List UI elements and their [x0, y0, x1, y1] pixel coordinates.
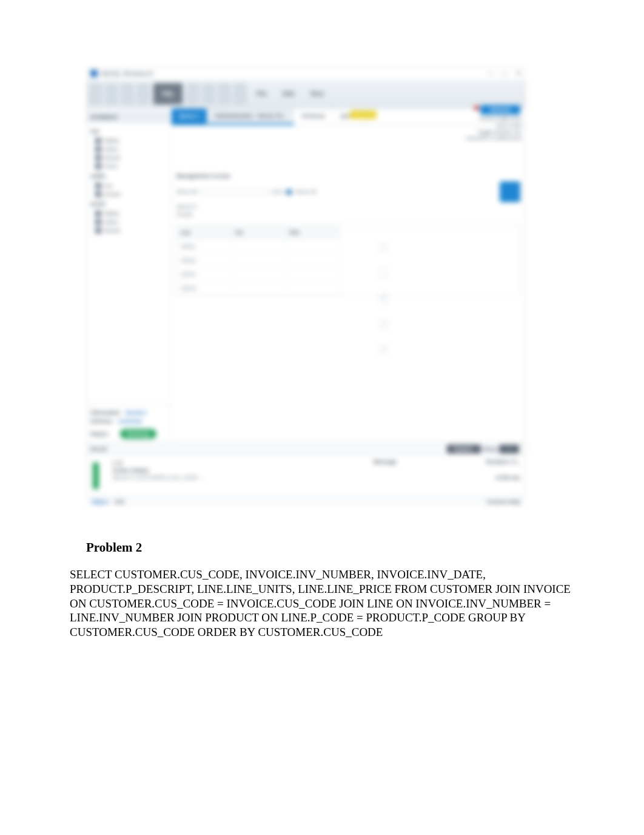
tree-item-label: Stored — [104, 155, 120, 161]
refresh-label: Refresh — [490, 107, 511, 113]
tree-item-label: Views — [104, 146, 118, 152]
line-number: 1 17 — [112, 460, 123, 466]
app-toolbar: SQL File Edit View — [87, 79, 525, 109]
toolbar-button[interactable] — [218, 83, 231, 104]
row-label: Show all — [295, 189, 316, 195]
plus-icon[interactable]: + — [379, 242, 389, 253]
col-header[interactable]: inv — [232, 226, 286, 240]
sql-body: SELECT CUSTOMER.CUS_CODE, INVOICE.INV_NU… — [70, 567, 574, 640]
edit-icon[interactable]: ✎ — [379, 293, 389, 304]
highlight-chip — [350, 110, 377, 119]
table-icon — [95, 228, 101, 234]
action-text: SELECT CUSTOMER.CUS_CODE … — [112, 475, 205, 481]
grid-cell[interactable] — [286, 282, 341, 296]
table-icon — [95, 211, 101, 217]
action-label: Action Output — [112, 467, 149, 473]
tree-item[interactable]: Views — [95, 218, 169, 226]
result-grid: cus inv line 10011 10012 10014 10015 — [176, 225, 520, 296]
table-icon — [95, 219, 101, 225]
refresh-button[interactable]: Refresh — [480, 105, 520, 115]
tree-item[interactable]: Tables — [95, 209, 169, 218]
grid-cell[interactable] — [286, 254, 341, 268]
toolbar-button[interactable] — [202, 83, 215, 104]
run-button[interactable] — [500, 181, 520, 202]
toolbar-button[interactable] — [136, 83, 150, 104]
right-snippet: Limit to 1000 rows Don't Limit Toggle wh… — [428, 116, 522, 144]
param-input[interactable] — [201, 188, 267, 195]
toolbar-button[interactable] — [121, 83, 134, 104]
grid-cell[interactable]: 10014 — [177, 268, 232, 282]
snippet-line: Toggle whether the — [428, 129, 522, 136]
tab-query[interactable]: Query 1 — [172, 109, 207, 125]
snippet-line: Don't Limit — [428, 123, 522, 129]
success-bar-icon — [93, 462, 99, 489]
table-icon — [95, 138, 101, 144]
status-context-help[interactable]: Context Help — [486, 499, 520, 505]
export-button[interactable]: Export: — [447, 445, 481, 453]
result-label: Result — [90, 446, 107, 452]
wrap-label: Wrap — [483, 446, 497, 452]
wrap-button[interactable]: ⋯ — [499, 445, 519, 453]
sidebar: SCHEMAS sys Tables Views Stored Funct sa… — [87, 109, 172, 442]
titlebar: MySQL Workbench — □ ✕ — [87, 67, 525, 79]
grid-cell[interactable]: 10011 — [177, 240, 232, 254]
minimize-icon[interactable]: — — [487, 69, 494, 78]
minus-icon[interactable]: − — [379, 268, 389, 279]
table-icon — [95, 163, 101, 169]
sql-button[interactable]: SQL — [153, 83, 183, 104]
grid-cell[interactable] — [232, 254, 286, 268]
tree-item[interactable]: Tables — [95, 137, 169, 145]
tree-item[interactable]: cus — [95, 181, 169, 190]
tree-item[interactable]: Stored — [95, 154, 169, 162]
toolbar-button[interactable] — [233, 83, 247, 104]
grid-cell[interactable] — [286, 240, 341, 254]
tree-item[interactable]: Views — [95, 145, 169, 154]
tree-item[interactable]: Stored — [95, 226, 169, 235]
session-tab[interactable]: Session — [126, 410, 147, 416]
box-icon[interactable]: □ — [379, 319, 389, 330]
tab-admin[interactable]: Administration - Server St... — [207, 109, 295, 125]
toolbar-button[interactable] — [105, 83, 118, 104]
tab-label: Schemas — [301, 113, 326, 119]
status-info[interactable]: Info — [115, 499, 125, 505]
code-kw: SELECT — [176, 204, 198, 210]
row-label: Limit — [271, 189, 283, 195]
grid-cell[interactable] — [232, 268, 286, 282]
row-label: Show all — [176, 189, 197, 195]
tab-label: Query 1 — [179, 113, 200, 119]
tab-schemas[interactable]: Schemas — [294, 109, 334, 125]
tree-item[interactable]: invoice — [95, 190, 169, 198]
toolbar-menu: File Edit View — [248, 79, 525, 108]
col-header[interactable]: line — [286, 226, 341, 240]
grid-cell[interactable] — [232, 240, 286, 254]
schema-group-label[interactable]: sys — [89, 126, 169, 137]
duration-value: 0.016 sec — [421, 475, 520, 481]
menu-item[interactable]: View — [310, 90, 324, 97]
grid-cell[interactable] — [232, 282, 286, 296]
table-icon — [95, 183, 101, 189]
toolbar-button[interactable] — [89, 83, 102, 104]
toolbar-button[interactable] — [186, 83, 200, 104]
status-object[interactable]: Object — [92, 499, 109, 505]
menu-item[interactable]: Edit — [283, 90, 294, 97]
checkbox-icon[interactable] — [286, 189, 292, 195]
app-icon — [90, 70, 98, 77]
schema-group-label[interactable]: world — [89, 198, 169, 209]
tree-item-label: Tables — [104, 138, 119, 144]
tree-item-label: Stored — [104, 228, 120, 234]
schema-group-label[interactable]: sakila — [89, 171, 169, 181]
grid-cell[interactable] — [286, 268, 341, 282]
grid-cell[interactable]: 10012 — [177, 254, 232, 268]
menu-item[interactable]: File — [257, 90, 267, 97]
statusbar: Object Info Context Help — [87, 496, 525, 507]
tree-item-label: Tables — [104, 211, 119, 217]
maximize-icon[interactable]: □ — [503, 69, 507, 78]
tree-item[interactable]: Funct — [95, 162, 169, 171]
info-tab[interactable]: Information — [90, 410, 121, 416]
sidebar-header: SCHEMAS — [87, 111, 171, 123]
duration-label: Duration / F... — [421, 459, 520, 465]
grid-cell[interactable]: 10015 — [177, 282, 232, 296]
help-icon[interactable]: ? — [379, 344, 389, 355]
col-header[interactable]: cus — [177, 226, 232, 240]
close-icon[interactable]: ✕ — [515, 69, 522, 78]
